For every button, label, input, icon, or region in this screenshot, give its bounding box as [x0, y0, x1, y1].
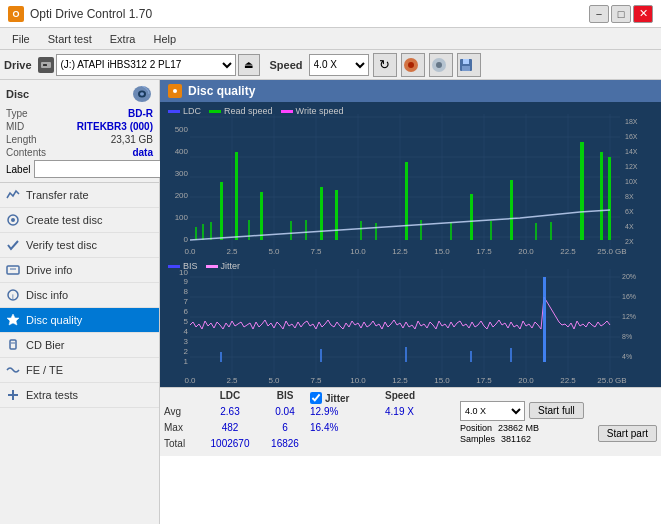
maximize-button[interactable]: □: [611, 5, 631, 23]
svg-text:15.0: 15.0: [434, 376, 450, 385]
menu-help[interactable]: Help: [145, 31, 184, 47]
svg-text:25.0 GB: 25.0 GB: [597, 376, 626, 385]
svg-rect-83: [248, 220, 250, 240]
nav-extra-tests[interactable]: Extra tests: [0, 383, 159, 408]
svg-rect-87: [375, 223, 377, 240]
nav-drive-info-label: Drive info: [26, 264, 72, 276]
nav-transfer-rate[interactable]: Transfer rate: [0, 183, 159, 208]
toolbar: Drive (J:) ATAPI iHBS312 2 PL17 ⏏ Speed …: [0, 50, 661, 80]
samples-value: 381162: [501, 434, 531, 444]
svg-text:12%: 12%: [622, 313, 636, 320]
svg-text:16%: 16%: [622, 293, 636, 300]
svg-rect-88: [420, 220, 422, 240]
disc-contents-row: Contents data: [6, 147, 153, 158]
disc-label-input[interactable]: [34, 160, 163, 178]
svg-text:5.0: 5.0: [268, 247, 280, 256]
disc-contents-label: Contents: [6, 147, 46, 158]
svg-rect-82: [210, 222, 212, 240]
disc-mid-value: RITEKBR3 (000): [77, 121, 153, 132]
nav-cd-bier[interactable]: CD Bier: [0, 333, 159, 358]
jitter-avg: 12.9%: [310, 406, 385, 422]
title-bar-left: O Opti Drive Control 1.70: [8, 6, 152, 22]
svg-text:7.5: 7.5: [310, 376, 322, 385]
legend-ldc: LDC: [168, 106, 201, 116]
nav-disc-quality[interactable]: Disc quality: [0, 308, 159, 333]
svg-point-13: [11, 218, 15, 222]
drive-dropdown[interactable]: (J:) ATAPI iHBS312 2 PL17: [56, 54, 236, 76]
nav-transfer-rate-label: Transfer rate: [26, 189, 89, 201]
nav-drive-info[interactable]: Drive info: [0, 258, 159, 283]
ldc-color: [168, 110, 180, 113]
svg-text:12.5: 12.5: [392, 376, 408, 385]
position-label: Position: [460, 423, 492, 433]
legend-read-label: Read speed: [224, 106, 273, 116]
nav-create-test-disc-label: Create test disc: [26, 214, 102, 226]
svg-text:16X: 16X: [625, 133, 638, 140]
start-full-button[interactable]: Start full: [529, 402, 584, 419]
disc-read-button[interactable]: [401, 53, 425, 77]
chart1-legend: LDC Read speed Write speed: [164, 104, 347, 118]
jitter-color: [206, 265, 218, 268]
jitter-col: Jitter 12.9% 16.4%: [310, 390, 385, 454]
nav-items: Transfer rate Create test disc Verify te…: [0, 183, 159, 524]
svg-text:20%: 20%: [622, 273, 636, 280]
svg-rect-20: [11, 342, 15, 344]
svg-rect-139: [470, 351, 472, 362]
svg-text:2: 2: [184, 347, 189, 356]
svg-text:8: 8: [184, 287, 189, 296]
svg-text:8%: 8%: [622, 333, 632, 340]
svg-rect-69: [220, 182, 223, 240]
svg-text:25.0 GB: 25.0 GB: [597, 247, 626, 256]
drive-eject-button[interactable]: ⏏: [238, 54, 260, 76]
nav-disc-quality-label: Disc quality: [26, 314, 82, 326]
drive-info-icon: [6, 263, 20, 277]
ldc-col: LDC 2.63 482 1002670: [200, 390, 260, 454]
close-button[interactable]: ✕: [633, 5, 653, 23]
bis-header: BIS: [260, 390, 310, 406]
samples-label: Samples: [460, 434, 495, 444]
svg-text:22.5: 22.5: [560, 376, 576, 385]
legend-write-label: Write speed: [296, 106, 344, 116]
menu-extra[interactable]: Extra: [102, 31, 144, 47]
svg-text:10.0: 10.0: [350, 247, 366, 256]
svg-point-24: [173, 89, 177, 93]
svg-text:14X: 14X: [625, 148, 638, 155]
menu-file[interactable]: File: [4, 31, 38, 47]
speed-refresh-button[interactable]: ↻: [373, 53, 397, 77]
window-controls: − □ ✕: [589, 5, 653, 23]
ldc-total: 1002670: [200, 438, 260, 454]
chart2-svg: 1 2 3 4 5 6 7 8 9 10 20% 16% 12% 8% 4% 0…: [160, 257, 650, 387]
svg-point-5: [436, 62, 442, 68]
speed-select[interactable]: 4.0 X: [460, 401, 525, 421]
minimize-button[interactable]: −: [589, 5, 609, 23]
svg-rect-19: [10, 340, 16, 349]
disc-mid-row: MID RITEKBR3 (000): [6, 121, 153, 132]
disc-mid-label: MID: [6, 121, 24, 132]
save-button[interactable]: [457, 53, 481, 77]
nav-create-test-disc[interactable]: Create test disc: [0, 208, 159, 233]
disc-info-btn2[interactable]: [429, 53, 453, 77]
drive-small-icon: [38, 57, 54, 73]
nav-disc-info[interactable]: i Disc info: [0, 283, 159, 308]
svg-text:0.0: 0.0: [184, 247, 196, 256]
svg-text:i: i: [12, 292, 14, 301]
app-title: Opti Drive Control 1.70: [30, 7, 152, 21]
bis-avg: 0.04: [260, 406, 310, 422]
start-part-button[interactable]: Start part: [598, 425, 657, 442]
menu-start-test[interactable]: Start test: [40, 31, 100, 47]
svg-text:400: 400: [175, 147, 189, 156]
nav-fe-te[interactable]: FE / TE: [0, 358, 159, 383]
speed-dropdown[interactable]: 4.0 X: [309, 54, 369, 76]
nav-verify-test-disc[interactable]: Verify test disc: [0, 233, 159, 258]
svg-text:18X: 18X: [625, 118, 638, 125]
disc-title: Disc: [6, 88, 29, 100]
svg-text:100: 100: [175, 213, 189, 222]
svg-text:3: 3: [184, 337, 189, 346]
nav-cd-bier-label: CD Bier: [26, 339, 65, 351]
disc-quality-title: Disc quality: [188, 84, 255, 98]
svg-rect-73: [335, 190, 338, 240]
legend-jitter: Jitter: [206, 261, 241, 271]
jitter-checkbox[interactable]: [310, 392, 322, 404]
bis-color: [168, 265, 180, 268]
disc-contents-value: data: [132, 147, 153, 158]
